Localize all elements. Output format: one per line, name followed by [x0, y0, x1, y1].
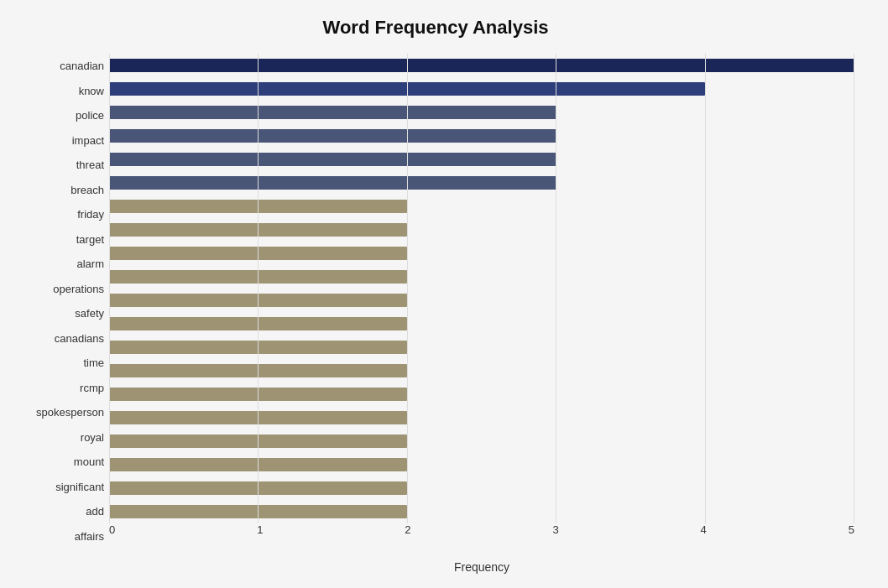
- bar: [109, 153, 556, 166]
- bar-row: [109, 338, 854, 356]
- bar-row: [109, 103, 854, 122]
- y-label: police: [76, 110, 104, 121]
- y-label: canadians: [55, 333, 104, 344]
- y-label: impact: [72, 135, 104, 146]
- bars-wrapper: [109, 54, 854, 549]
- bar-row: [109, 291, 854, 310]
- y-label: know: [79, 86, 104, 96]
- bar-row: [109, 502, 854, 521]
- bar: [109, 129, 556, 143]
- bar: [109, 223, 407, 237]
- x-tick: 1: [257, 523, 263, 536]
- bar-row: [109, 408, 854, 427]
- y-label: rcmp: [80, 382, 104, 393]
- y-label: royal: [81, 432, 104, 443]
- bar-row: [109, 268, 854, 286]
- y-label: friday: [77, 209, 104, 220]
- y-label: operations: [53, 284, 104, 294]
- y-label: canadian: [60, 60, 104, 71]
- bar: [109, 481, 407, 495]
- bar: [109, 106, 556, 119]
- bar-row: [109, 80, 854, 98]
- bar: [109, 341, 407, 354]
- bar-row: [109, 197, 854, 216]
- bar: [109, 82, 705, 96]
- y-label: target: [76, 234, 104, 245]
- bar-row: [109, 479, 854, 497]
- y-label: significant: [55, 481, 104, 492]
- x-tick: 2: [405, 523, 410, 536]
- chart-title: Word Frequency Analysis: [17, 17, 854, 39]
- x-tick: 0: [109, 523, 115, 536]
- y-label: spokesperson: [36, 407, 104, 418]
- y-label: breach: [71, 185, 104, 195]
- y-label: time: [83, 357, 104, 368]
- x-tick: 3: [552, 523, 558, 536]
- x-tick: 5: [849, 523, 854, 536]
- bar-row: [109, 385, 854, 403]
- x-tick: 4: [701, 523, 707, 536]
- x-axis-labels: 012345: [109, 523, 854, 549]
- bar: [109, 458, 407, 471]
- bar: [109, 294, 407, 307]
- bar: [109, 176, 556, 190]
- y-label: affairs: [75, 531, 104, 542]
- bar: [109, 270, 407, 284]
- bar-row: [109, 455, 854, 474]
- y-label: threat: [76, 159, 104, 170]
- bar-row: [109, 432, 854, 450]
- bars-and-grid: 012345 Frequency: [109, 54, 854, 549]
- y-label: add: [86, 506, 104, 517]
- bar: [109, 59, 854, 72]
- chart-container: Word Frequency Analysis canadianknowpoli…: [0, 0, 888, 588]
- bar: [109, 200, 407, 213]
- bar: [109, 364, 407, 377]
- bar-row: [109, 244, 854, 263]
- x-axis-title: Frequency: [109, 560, 854, 574]
- bar-row: [109, 174, 854, 192]
- bar-row: [109, 150, 854, 169]
- bar-row: [109, 56, 854, 75]
- bar: [109, 247, 407, 260]
- chart-area: canadianknowpoliceimpactthreatbreachfrid…: [17, 54, 854, 549]
- bar: [109, 505, 407, 518]
- bar-row: [109, 362, 854, 380]
- bar: [109, 411, 407, 424]
- bar-row: [109, 221, 854, 239]
- bar: [109, 388, 407, 401]
- bar-row: [109, 315, 854, 333]
- y-axis-labels: canadianknowpoliceimpactthreatbreachfrid…: [17, 54, 109, 549]
- y-label: mount: [74, 456, 104, 467]
- y-label: safety: [75, 308, 104, 319]
- bar-row: [109, 127, 854, 145]
- bar: [109, 317, 407, 330]
- bar: [109, 434, 407, 448]
- y-label: alarm: [76, 258, 104, 269]
